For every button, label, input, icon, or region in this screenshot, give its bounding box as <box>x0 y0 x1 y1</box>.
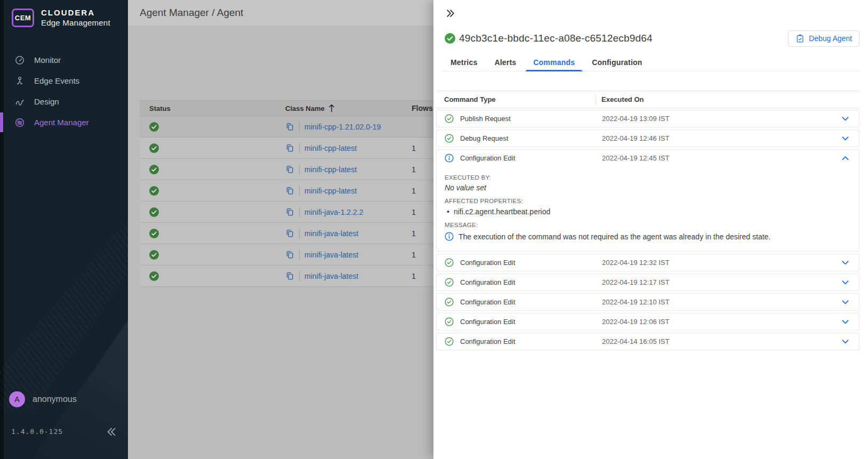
tab-metrics[interactable]: Metrics <box>442 54 486 71</box>
column-divider <box>596 93 596 106</box>
command-row-header[interactable]: Configuration Edit 2022-04-14 16:05 IST <box>437 333 859 350</box>
chevron-up-icon[interactable] <box>840 153 850 163</box>
command-type-label: Configuration Edit <box>460 259 515 267</box>
executed-on-value: 2022-04-19 12:46 IST <box>602 134 669 142</box>
copy-icon[interactable] <box>285 186 294 195</box>
message-text: The execution of the command was not req… <box>459 232 770 241</box>
chevron-down-icon[interactable] <box>840 336 850 347</box>
message-row: The execution of the command was not req… <box>445 232 850 241</box>
command-type-cell: Configuration Edit <box>445 154 602 163</box>
status-ok-icon <box>149 229 159 238</box>
sidebar-item-monitor[interactable]: Monitor <box>0 50 128 70</box>
user-menu[interactable]: A anonymous <box>9 391 77 407</box>
agent-class-link[interactable]: minifi-java-latest <box>304 229 358 238</box>
sidebar-collapse-icon[interactable] <box>106 426 117 438</box>
agent-status-cell <box>140 165 285 174</box>
agent-class-link[interactable]: minifi-cpp-latest <box>304 165 357 174</box>
agent-class-cell: minifi-java-1.2.2.2 <box>285 207 408 217</box>
info-circle-icon <box>445 232 454 241</box>
agent-layers-icon <box>14 117 25 128</box>
sidebar-nav: Monitor Edge Events Design Agent Manager <box>0 50 128 133</box>
command-type-cell: Configuration Edit <box>445 297 602 307</box>
cell-divider <box>299 165 300 174</box>
sidebar-item-label: Edge Events <box>34 76 79 85</box>
command-row[interactable]: Configuration Edit 2022-04-19 12:45 IST … <box>436 149 859 252</box>
sort-ascending-icon <box>328 104 335 112</box>
edge-events-icon <box>14 76 25 86</box>
command-row-header[interactable]: Debug Request 2022-04-19 12:46 IST <box>437 130 859 147</box>
copy-icon[interactable] <box>285 143 294 152</box>
panel-collapse-icon[interactable] <box>445 8 456 19</box>
sidebar-item-design[interactable]: Design <box>0 91 128 112</box>
column-header-class-name[interactable]: Class Name <box>285 104 408 112</box>
agent-class-link[interactable]: minifi-cpp-latest <box>304 144 357 152</box>
executed-on-value: 2022-04-14 16:05 IST <box>602 337 669 345</box>
agent-status-cell <box>140 271 285 281</box>
affected-property: • nifi.c2.agent.heartbeat.period <box>445 207 850 216</box>
copy-icon[interactable] <box>285 229 294 238</box>
chevron-down-icon[interactable] <box>840 257 850 268</box>
cell-divider <box>299 122 300 132</box>
cell-divider <box>299 229 300 238</box>
agent-flows-count: 1 <box>408 272 416 280</box>
executed-on-value: 2022-04-19 12:45 IST <box>602 154 669 162</box>
sidebar-item-label: Design <box>34 97 59 106</box>
tab-commands[interactable]: Commands <box>525 54 583 71</box>
agent-flows-count: 1 <box>408 208 416 216</box>
cell-divider <box>299 271 300 281</box>
executed-on-value: 2022-04-19 13:09 IST <box>602 115 669 123</box>
command-row-header[interactable]: Configuration Edit 2022-04-19 12:32 IST <box>437 254 859 271</box>
check-circle-icon <box>445 114 454 123</box>
command-row[interactable]: Configuration Edit 2022-04-19 12:06 IST <box>436 313 859 331</box>
command-type-cell: Configuration Edit <box>445 337 602 346</box>
copy-icon[interactable] <box>285 165 294 174</box>
chevron-down-icon[interactable] <box>840 317 850 327</box>
copy-icon[interactable] <box>285 122 294 131</box>
executed-on-value: 2022-04-19 12:32 IST <box>602 259 669 267</box>
status-ok-icon <box>149 250 159 260</box>
column-header-status[interactable]: Status <box>140 104 285 112</box>
copy-icon[interactable] <box>285 250 294 259</box>
chevron-down-icon[interactable] <box>840 297 850 307</box>
command-row-header[interactable]: Configuration Edit 2022-04-19 12:06 IST <box>437 313 859 330</box>
command-row-header[interactable]: Configuration Edit 2022-04-19 12:17 IST <box>437 274 859 291</box>
command-row[interactable]: Configuration Edit 2022-04-14 16:05 IST <box>436 333 859 350</box>
sidebar-item-agent-manager[interactable]: Agent Manager <box>0 112 128 133</box>
agent-class-link[interactable]: minifi-java-latest <box>304 251 358 259</box>
command-row-header[interactable]: Configuration Edit 2022-04-19 12:10 IST <box>437 294 859 310</box>
check-circle-icon <box>445 278 454 287</box>
agent-class-cell: minifi-cpp-latest <box>285 143 408 153</box>
copy-icon[interactable] <box>285 207 294 216</box>
command-row-header[interactable]: Publish Request 2022-04-19 13:09 IST <box>437 110 859 127</box>
agent-class-link[interactable]: minifi-cpp-1.21.02.0-19 <box>304 123 381 131</box>
agent-status-cell <box>140 186 285 196</box>
copy-icon[interactable] <box>285 271 294 280</box>
command-row-header[interactable]: Configuration Edit 2022-04-19 12:45 IST <box>437 150 859 166</box>
agent-class-link[interactable]: minifi-cpp-latest <box>304 187 357 195</box>
agent-id: 49cb3c1e-bbdc-11ec-a08e-c6512ecb9d64 <box>459 33 653 44</box>
command-type-label: Configuration Edit <box>460 318 515 326</box>
debug-agent-button[interactable]: Debug Agent <box>788 30 859 47</box>
agent-status-cell <box>140 122 285 132</box>
cell-divider <box>299 250 300 260</box>
chevron-down-icon[interactable] <box>840 133 850 143</box>
tab-configuration[interactable]: Configuration <box>583 54 650 71</box>
command-row[interactable]: Debug Request 2022-04-19 12:46 IST <box>436 130 859 147</box>
status-ok-icon <box>149 122 159 132</box>
column-header-flows[interactable]: Flows <box>408 104 433 112</box>
command-row[interactable]: Configuration Edit 2022-04-19 12:17 IST <box>436 273 859 291</box>
sidebar-item-edge-events[interactable]: Edge Events <box>0 70 128 91</box>
chevron-down-icon[interactable] <box>840 277 850 287</box>
cell-divider <box>299 143 300 153</box>
tab-alerts[interactable]: Alerts <box>486 54 525 71</box>
column-header-command-type: Command Type <box>444 95 601 103</box>
executed-by-label: EXECUTED BY: <box>445 174 850 181</box>
check-circle-icon <box>445 317 454 326</box>
command-row[interactable]: Publish Request 2022-04-19 13:09 IST <box>436 110 859 127</box>
chevron-down-icon[interactable] <box>840 114 850 124</box>
agent-class-link[interactable]: minifi-java-1.2.2.2 <box>304 208 364 216</box>
command-row[interactable]: Configuration Edit 2022-04-19 12:32 IST <box>436 254 859 271</box>
affected-properties-label: AFFECTED PROPERTIES: <box>445 198 850 204</box>
agent-class-link[interactable]: minifi-java-latest <box>304 272 358 280</box>
command-row[interactable]: Configuration Edit 2022-04-19 12:10 IST <box>436 293 859 311</box>
